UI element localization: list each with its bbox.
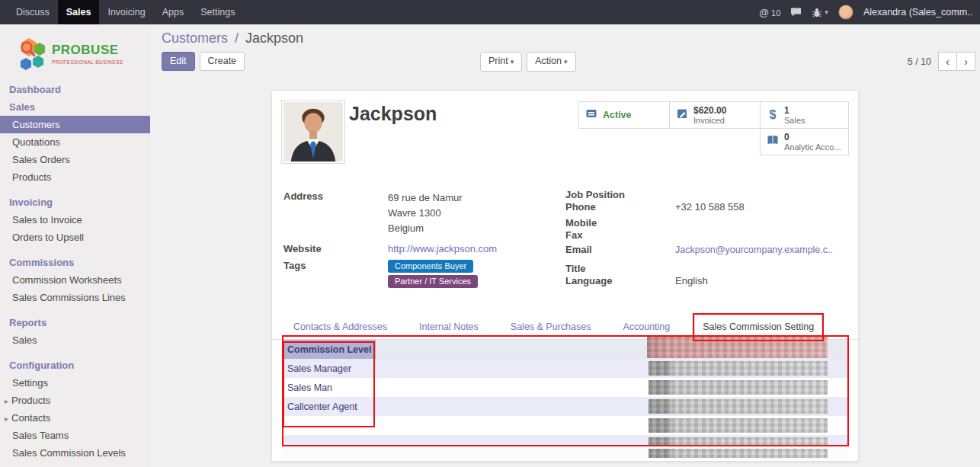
sidebar-section-configuration[interactable]: Configuration: [0, 357, 150, 374]
active-stat-button[interactable]: Active: [578, 101, 670, 129]
redacted-footer-value: [649, 449, 828, 458]
tab-sales-purchases[interactable]: Sales & Purchases: [503, 315, 599, 339]
messages-icon[interactable]: [790, 7, 802, 18]
sidebar-section-reports[interactable]: Reports: [0, 314, 150, 331]
breadcrumb-separator: /: [235, 30, 239, 46]
caret-down-icon: ▾: [564, 58, 568, 66]
sidebar-item-sales-to-invoice[interactable]: Sales to Invoice: [0, 211, 150, 229]
expand-arrow-icon: ▸: [5, 414, 8, 423]
commission-levels-table: Commission Level Sales Manager Sales Man…: [283, 340, 848, 446]
print-dropdown-button[interactable]: Print▾: [480, 52, 522, 72]
top-menu-discuss[interactable]: Discuss: [8, 0, 58, 24]
job-position-field-label: Job Position: [565, 189, 675, 201]
tab-internal-notes[interactable]: Internal Notes: [412, 315, 486, 339]
sidebar-item-sales-orders[interactable]: Sales Orders: [0, 151, 150, 168]
sales-stat-button[interactable]: $ 1 Sales: [760, 101, 849, 129]
sidebar-menu: Dashboard Sales Customers Quotations Sal…: [0, 81, 150, 462]
sidebar-item-commission-worksheets[interactable]: Commission Worksheets: [0, 271, 150, 289]
top-menu-bar: Discuss Sales Invoicing Apps Settings: [0, 0, 243, 24]
active-toggle-icon: [585, 107, 597, 123]
website-link[interactable]: http://www.jackpson.com: [388, 243, 497, 254]
logo-brand-name: PROBUSE: [52, 43, 123, 58]
table-row[interactable]: Callcenter Agent: [283, 397, 848, 416]
pager-next-button[interactable]: ›: [956, 52, 975, 71]
sidebar-item-customers[interactable]: Customers: [0, 116, 150, 133]
commission-level-column-header[interactable]: Commission Level: [283, 340, 376, 359]
sidebar-item-sales-commission-levels[interactable]: Sales Commission Levels: [0, 444, 150, 462]
invoiced-amount: $620.00: [693, 105, 726, 116]
analytic-accounts-stat-button[interactable]: 0 Analytic Acco...: [760, 128, 849, 155]
sidebar-section-commissions[interactable]: Commissions: [0, 254, 150, 271]
tab-label: Sales Commission Setting: [703, 321, 814, 332]
tag-partner-it-services: Partner / IT Services: [388, 275, 478, 288]
active-stat-label: Active: [603, 110, 632, 120]
table-row-empty[interactable]: [283, 435, 848, 445]
action-dropdown-button[interactable]: Action▾: [527, 52, 575, 72]
sidebar-item-reports-sales[interactable]: Sales: [0, 331, 150, 349]
email-link[interactable]: Jackpson@yourcompany.example.c..: [675, 244, 833, 256]
redacted-cell-value: [649, 399, 828, 414]
tags-field-value: Components Buyer Partner / IT Services: [388, 260, 478, 288]
sidebar-item-config-settings[interactable]: Settings: [0, 374, 150, 392]
record-pager: 5 / 10 ‹ ›: [908, 52, 975, 71]
table-row[interactable]: Sales Man: [283, 378, 848, 397]
tab-contacts-addresses[interactable]: Contacts & Addresses: [286, 315, 395, 339]
top-menu-sales[interactable]: Sales: [58, 0, 100, 24]
top-menu-settings[interactable]: Settings: [192, 0, 243, 24]
address-field-label: Address: [283, 190, 388, 236]
sidebar-item-label: Products: [11, 395, 50, 406]
field-group-right: Job Position Phone+32 10 588 558 Mobile …: [565, 189, 849, 287]
sales-label: Sales: [784, 116, 805, 126]
top-menu-invoicing[interactable]: Invoicing: [99, 0, 153, 24]
topbar-right-tools: @10 ▾ Alexandra (Sales_comm..: [759, 0, 980, 24]
record-title: Jackpson: [349, 103, 437, 125]
analytic-count: 0: [784, 132, 841, 142]
sidebar-section-sales[interactable]: Sales: [0, 98, 150, 116]
table-row-empty[interactable]: [283, 416, 848, 435]
table-row[interactable]: Sales Manager: [283, 359, 848, 378]
probuse-logo-icon: [9, 34, 47, 73]
logo-tagline: PROFESSIONAL BUSINESS: [52, 59, 123, 65]
sidebar-section-invoicing[interactable]: Invoicing: [0, 194, 150, 211]
edit-button[interactable]: Edit: [162, 52, 195, 71]
user-menu-label[interactable]: Alexandra (Sales_comm..: [863, 7, 972, 18]
sidebar-item-orders-to-upsell[interactable]: Orders to Upsell: [0, 229, 150, 246]
caret-down-icon: ▾: [511, 58, 514, 66]
top-menu-apps[interactable]: Apps: [154, 0, 193, 24]
address-field-value: 69 rue de Namur Wavre 1300 Belgium: [388, 190, 463, 236]
debug-menu-button[interactable]: ▾: [812, 7, 828, 18]
title-field-label: Title: [565, 263, 675, 275]
language-field-value: English: [675, 275, 708, 287]
create-button[interactable]: Create: [200, 52, 245, 71]
user-avatar[interactable]: [838, 5, 853, 20]
pager-counter: 5 / 10: [908, 56, 931, 67]
redacted-cell-value: [649, 418, 828, 433]
main-content: Customers / Jackpson Edit Create Print▾ …: [150, 24, 980, 467]
customer-photo: [281, 100, 345, 164]
sidebar-section-dashboard[interactable]: Dashboard: [0, 81, 150, 98]
customer-form-sheet: Jackpson Active $620.00 Invoiced $: [271, 90, 859, 462]
redacted-cell-value: [649, 361, 828, 376]
tag-components-buyer: Components Buyer: [388, 260, 473, 273]
mentions-button[interactable]: @10: [759, 7, 780, 18]
sidebar-item-config-products[interactable]: ▸Products: [0, 392, 150, 409]
sidebar-item-sales-teams[interactable]: Sales Teams: [0, 427, 150, 444]
sidebar-item-products[interactable]: Products: [0, 168, 150, 186]
sidebar-item-quotations[interactable]: Quotations: [0, 133, 150, 151]
address-city: Wavre 1300: [388, 206, 463, 221]
commission-level-cell: Callcenter Agent: [283, 397, 376, 416]
invoice-pencil-icon: [676, 107, 688, 123]
invoiced-stat-button[interactable]: $620.00 Invoiced: [669, 101, 761, 129]
tags-field-label: Tags: [283, 260, 388, 288]
language-field-label: Language: [565, 275, 675, 287]
sidebar-item-label: Contacts: [11, 412, 50, 424]
phone-field-value: +32 10 588 558: [675, 201, 745, 213]
pager-previous-button[interactable]: ‹: [938, 52, 957, 71]
website-field-label: Website: [283, 243, 388, 254]
breadcrumb-customers-link[interactable]: Customers: [162, 30, 228, 46]
redacted-cell-value: [649, 437, 828, 445]
sidebar-item-config-contacts[interactable]: ▸Contacts: [0, 409, 150, 427]
sidebar-item-sales-commissions-lines[interactable]: Sales Commissions Lines: [0, 289, 150, 306]
phone-field-label: Phone: [565, 201, 675, 213]
book-icon: [767, 134, 779, 149]
